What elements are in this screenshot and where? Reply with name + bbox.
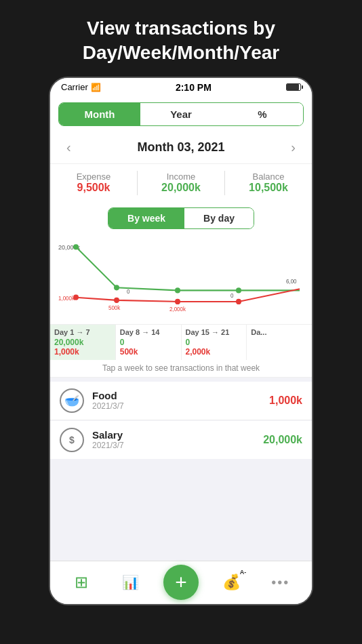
nav-more-button[interactable]: ••• (264, 566, 297, 599)
time-label: 2:10 PM (176, 82, 212, 93)
svg-text:2,000k: 2,000k (169, 306, 186, 313)
svg-point-8 (236, 299, 241, 304)
week-col-4[interactable]: Da... (247, 325, 312, 360)
food-details: Food 2021/3/7 (92, 390, 261, 411)
view-toggle: By week By day (50, 202, 312, 236)
svg-text:0: 0 (127, 288, 130, 294)
prev-month-button[interactable]: ‹ (61, 137, 77, 158)
svg-text:500k: 500k (108, 305, 121, 311)
expense-value: 9,500k (50, 182, 137, 194)
status-left: Carrier 📶 (61, 82, 101, 92)
budget-icon: 💰 (222, 573, 241, 591)
svg-text:1,000k: 1,000k (58, 296, 75, 302)
week-3-income: 0 (186, 338, 243, 347)
budget-label: A- (240, 569, 247, 576)
svg-point-6 (114, 298, 119, 303)
week-2-expense: 500k (120, 347, 177, 357)
segment-container: Month Year % (50, 97, 312, 132)
week-3-header: Day 15 → 21 (186, 328, 243, 336)
next-month-button[interactable]: › (285, 137, 301, 158)
month-label: Month 03, 2021 (137, 140, 224, 155)
segment-year[interactable]: Year (140, 103, 222, 125)
segment-month[interactable]: Month (59, 103, 140, 125)
week-col-2[interactable]: Day 8 → 14 0 500k (116, 325, 182, 360)
chart-svg: 20,000k 1,000k 500k 0 2,000k (56, 240, 306, 324)
svg-point-2 (114, 285, 119, 290)
carrier-label: Carrier (61, 82, 88, 92)
hero-title: View transactions by Day/Week/Month/Year (0, 0, 362, 77)
food-date: 2021/3/7 (92, 401, 261, 411)
segment-bar: Month Year % (58, 102, 304, 126)
week-1-expense: 1,000k (54, 347, 111, 357)
page-wrapper: View transactions by Day/Week/Month/Year… (0, 0, 362, 644)
income-value: 20,000k (138, 182, 224, 194)
balance-value: 10,500k (225, 182, 312, 194)
week-1-header: Day 1 → 7 (54, 328, 111, 336)
by-day-toggle[interactable]: By day (184, 208, 254, 228)
transaction-item-food[interactable]: 🥣 Food 2021/3/7 1,000k (50, 382, 312, 420)
svg-point-4 (236, 287, 241, 293)
stats-row: Expense 9,500k Income 20,000k Balance 10… (50, 163, 312, 202)
week-columns: Day 1 → 7 20,000k 1,000k Day 8 → 14 0 50… (50, 324, 312, 360)
svg-point-3 (175, 287, 180, 293)
month-nav: ‹ Month 03, 2021 › (50, 132, 312, 163)
wifi-icon: 📶 (91, 83, 101, 92)
salary-icon: $ (60, 428, 84, 452)
salary-name: Salary (92, 429, 255, 441)
segment-percent[interactable]: % (222, 103, 303, 125)
status-right (286, 83, 301, 91)
week-2-income: 0 (120, 338, 177, 347)
battery-fill (287, 84, 299, 90)
week-2-header: Day 8 → 14 (120, 328, 177, 336)
week-col-1[interactable]: Day 1 → 7 20,000k 1,000k (50, 325, 116, 360)
nav-chart-button[interactable]: 📊 (115, 566, 147, 599)
salary-amount: 20,000k (263, 434, 302, 446)
week-col-3[interactable]: Day 15 → 21 0 2,000k (182, 325, 247, 360)
week-1-income: 20,000k (54, 338, 111, 347)
balance-stat: Balance 10,500k (225, 172, 312, 194)
battery-icon (286, 83, 301, 91)
by-week-toggle[interactable]: By week (108, 208, 184, 228)
week-3-expense: 2,000k (186, 347, 243, 357)
food-icon: 🥣 (60, 388, 84, 413)
phone-frame: Carrier 📶 2:10 PM Month Year % ‹ Month 0… (49, 77, 313, 605)
status-bar: Carrier 📶 2:10 PM (50, 78, 312, 97)
svg-text:0: 0 (230, 292, 234, 298)
food-amount: 1,000k (269, 395, 302, 407)
chart-icon: 📊 (122, 574, 139, 590)
transaction-item-salary[interactable]: $ Salary 2021/3/7 20,000k (50, 421, 312, 459)
add-plus-icon: + (175, 572, 187, 592)
salary-date: 2021/3/7 (92, 441, 255, 450)
nav-budget-button[interactable]: 💰 A- (215, 566, 247, 599)
add-transaction-button[interactable]: + (163, 565, 199, 600)
income-stat: Income 20,000k (138, 172, 224, 194)
svg-point-1 (73, 244, 79, 249)
income-label: Income (138, 172, 224, 182)
nav-book-button[interactable]: ⊞ (65, 566, 98, 599)
book-icon: ⊞ (75, 573, 88, 592)
tap-hint: Tap a week to see transactions in that w… (50, 360, 312, 378)
food-name: Food (92, 390, 261, 401)
bottom-nav: ⊞ 📊 + 💰 A- ••• (50, 561, 312, 604)
balance-label: Balance (225, 172, 312, 182)
week-4-header: Da... (251, 328, 308, 336)
more-icon: ••• (271, 575, 289, 590)
svg-point-7 (175, 299, 180, 304)
transaction-list: 🥣 Food 2021/3/7 1,000k $ Salary 2021/3/7… (50, 378, 312, 561)
salary-details: Salary 2021/3/7 (92, 429, 255, 450)
svg-text:6,00: 6,00 (286, 279, 297, 285)
expense-stat: Expense 9,500k (50, 172, 137, 194)
chart-area: 20,000k 1,000k 500k 0 2,000k (50, 236, 312, 324)
expense-label: Expense (50, 172, 137, 182)
toggle-bar: By week By day (108, 207, 254, 229)
